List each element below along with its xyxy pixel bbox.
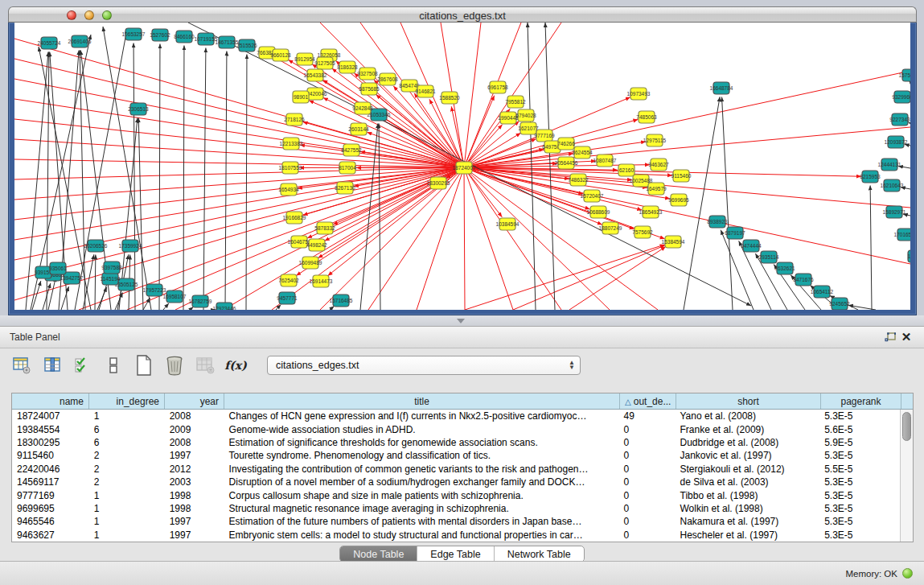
graph-node[interactable]: 18807249 — [599, 222, 622, 234]
table-cell[interactable]: 0 — [619, 437, 676, 448]
table-cell[interactable]: de Silva et al. (2003) — [676, 476, 820, 488]
table-cell[interactable]: 5.6E-5 — [819, 424, 900, 435]
table-cell[interactable]: 1 — [89, 516, 165, 527]
graph-node[interactable]: 4498242 — [306, 239, 327, 251]
table-cell[interactable]: 0 — [619, 463, 676, 475]
table-cell[interactable]: Disruption of a novel member of a sodium… — [224, 476, 619, 488]
table-cell[interactable]: 5.3E-5 — [819, 529, 900, 541]
table-cell[interactable]: 1 — [89, 490, 165, 501]
graph-node[interactable]: 8466160 — [174, 31, 195, 43]
tab-edge-table[interactable]: Edge Table — [417, 546, 494, 562]
table-cell[interactable]: 5.3E-5 — [819, 516, 900, 527]
table-cell[interactable]: 5.3E-5 — [819, 490, 900, 501]
column-header-short[interactable]: short — [676, 393, 821, 409]
select-rows-button[interactable] — [72, 355, 93, 376]
table-cell[interactable]: 6 — [89, 437, 165, 448]
graph-node[interactable]: 9329966 — [892, 91, 910, 103]
graph-node[interactable]: 17016504 — [894, 229, 910, 241]
graph-node[interactable]: 16543382 — [304, 69, 327, 81]
graph-node[interactable]: 20564456 — [555, 157, 578, 169]
graph-node[interactable]: 2935114 — [759, 251, 779, 263]
graph-node[interactable]: 16958107 — [163, 290, 187, 303]
table-cell[interactable]: 1998 — [165, 503, 224, 514]
table-cell[interactable]: Nakamura et al. (1997) — [676, 516, 820, 527]
table-row[interactable]: 1938455462009Genome-wide association stu… — [12, 422, 900, 435]
table-cell[interactable]: 1997 — [165, 516, 224, 527]
splitter-handle-icon[interactable] — [457, 319, 465, 323]
row-height-button[interactable] — [103, 355, 124, 376]
table-cell[interactable]: 2 — [89, 463, 165, 475]
graph-node[interactable]: 17957223 — [143, 284, 166, 296]
table-cell[interactable]: 5.3E-5 — [819, 410, 900, 422]
table-cell[interactable]: 19384554 — [12, 424, 89, 435]
graph-node[interactable]: 12923446 — [213, 303, 236, 310]
graph-node[interactable]: 10653257 — [122, 28, 146, 40]
table-row[interactable]: 946362711997Embryonic stem cells: a mode… — [12, 529, 900, 542]
table-row[interactable]: 946554611997Estimation of the future num… — [12, 515, 900, 528]
graph-node[interactable]: 2867608 — [377, 73, 398, 85]
graph-node[interactable]: 3624554 — [572, 146, 593, 159]
graph-node[interactable]: 62160 — [618, 164, 634, 176]
graph-node[interactable]: 7515526 — [236, 39, 257, 51]
table-cell[interactable]: 9699695 — [12, 503, 89, 514]
graph-node[interactable]: 7632621 — [774, 262, 795, 274]
graph-node[interactable]: 9463627 — [648, 159, 669, 171]
graph-node[interactable]: 6794028 — [515, 109, 536, 122]
table-cell[interactable]: 2012 — [165, 463, 224, 475]
graph-node[interactable]: 14671355 — [216, 36, 239, 48]
graph-node[interactable]: 15892971 — [883, 206, 906, 218]
graph-node[interactable]: 9660128 — [270, 49, 291, 61]
graph-node[interactable]: 8427552 — [341, 144, 362, 156]
graph-node[interactable]: 10719155 — [195, 33, 218, 45]
table-cell[interactable]: Tourette syndrome. Phenomenology and cla… — [224, 450, 619, 461]
panel-splitter[interactable] — [0, 315, 924, 326]
delete-column-button[interactable] — [195, 355, 216, 376]
graph-node[interactable]: 8186328 — [337, 61, 358, 73]
table-row[interactable]: 911546021997Tourette syndrome. Phenomeno… — [12, 449, 900, 462]
table-cell[interactable]: 0 — [619, 476, 676, 488]
graph-node[interactable]: 9699695 — [668, 194, 689, 206]
table-cell[interactable]: Structural magnetic resonance image aver… — [224, 503, 619, 514]
table-cell[interactable]: Stergiakouli et al. (2012) — [676, 463, 820, 475]
graph-node[interactable]: 935061 — [49, 262, 67, 274]
graph-node[interactable]: 17359924 — [119, 240, 142, 252]
graph-node[interactable]: 7625402 — [278, 274, 299, 286]
table-cell[interactable]: 9463627 — [12, 529, 89, 541]
graph-node[interactable]: 9327508 — [357, 68, 378, 80]
tab-network-table[interactable]: Network Table — [495, 546, 584, 562]
graph-node[interactable]: 6879197 — [725, 227, 745, 239]
graph-node[interactable]: 9777169 — [534, 130, 555, 142]
graph-node[interactable]: 2603144 — [348, 123, 369, 135]
table-cell[interactable]: 5.3E-5 — [819, 476, 900, 488]
table-cell[interactable]: 2008 — [165, 437, 224, 448]
delete-table-button[interactable] — [164, 355, 185, 376]
graph-node[interactable]: 10384594 — [496, 218, 519, 230]
table-cell[interactable]: 0 — [619, 424, 676, 435]
table-cell[interactable]: 1 — [89, 503, 165, 514]
network-canvas[interactable]: 2405572420691406106532571527602846616010… — [14, 23, 910, 310]
graph-node[interactable]: 16210643 — [881, 179, 904, 192]
table-cell[interactable]: 5.3E-5 — [819, 503, 900, 514]
table-cell[interactable]: Changes of HCN gene expression and I(f) … — [224, 410, 619, 422]
graph-node[interactable]: 1527602 — [150, 29, 170, 41]
graph-node[interactable]: 15720407 — [581, 190, 604, 202]
table-cell[interactable]: 2009 — [165, 424, 224, 435]
graph-node[interactable]: 1649579 — [646, 183, 667, 195]
graph-node[interactable]: 10654112 — [811, 286, 834, 298]
graph-node[interactable]: 1588520 — [439, 92, 460, 104]
graph-node[interactable]: 7485063 — [636, 111, 657, 123]
graph-node[interactable]: 19166829 — [283, 212, 306, 224]
table-cell[interactable]: 1997 — [165, 450, 224, 461]
table-cell[interactable]: Dudbridge et al. (2008) — [676, 437, 820, 448]
table-row[interactable]: 1872400712008Changes of HCN gene express… — [12, 410, 900, 422]
graph-node[interactable]: 2718126 — [284, 113, 305, 126]
graph-node[interactable]: 116753 — [907, 250, 910, 262]
graph-node[interactable]: 2306513 — [128, 103, 149, 115]
table-cell[interactable]: 1 — [89, 529, 165, 541]
graph-node[interactable]: 20691406 — [68, 35, 92, 47]
graph-node[interactable]: 8267130 — [335, 182, 355, 194]
graph-node[interactable]: 18654923 — [639, 206, 663, 218]
graph-node[interactable]: 16099489 — [299, 257, 322, 269]
table-settings-button[interactable] — [11, 355, 32, 376]
column-header-title[interactable]: title — [224, 393, 620, 409]
